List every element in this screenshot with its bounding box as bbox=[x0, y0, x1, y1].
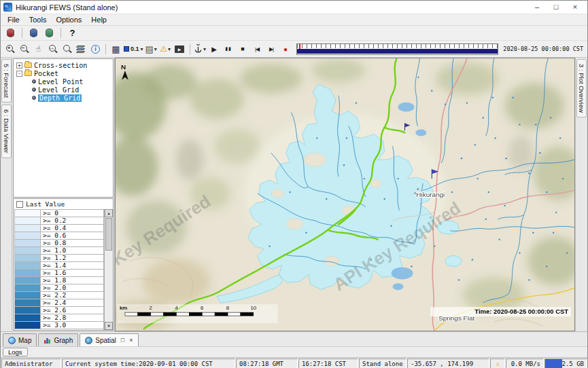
svg-text:N: N bbox=[121, 63, 126, 71]
legend-label: >= 1.4 bbox=[41, 262, 103, 269]
legend-header: Last Value bbox=[14, 199, 113, 209]
app-window: Hikurangi FEWS (Stand alone) – □ × File … bbox=[0, 0, 588, 368]
zoom-in-button[interactable]: + bbox=[3, 43, 16, 56]
tab-forecast[interactable]: 5 : Forecast bbox=[1, 59, 12, 103]
help-button[interactable]: ? bbox=[66, 26, 79, 39]
zoom-region-button[interactable] bbox=[60, 43, 73, 56]
menu-options[interactable]: Options bbox=[51, 15, 86, 24]
tab-map[interactable]: Map bbox=[3, 333, 37, 346]
tree-node-cross-section[interactable]: Cross-section bbox=[14, 61, 113, 69]
status-coordinates: -35.657 , 174.199 bbox=[407, 358, 489, 368]
export-data-button[interactable] bbox=[43, 26, 56, 39]
legend-label: >= 3.0 bbox=[41, 322, 103, 329]
legend-scrollbar[interactable] bbox=[104, 209, 113, 330]
logs-button[interactable]: Logs bbox=[3, 348, 28, 356]
tree-node-label: Pocket bbox=[34, 70, 58, 77]
legend-swatch bbox=[15, 284, 41, 291]
import-data-button[interactable] bbox=[27, 26, 40, 39]
scroll-down-icon[interactable] bbox=[105, 322, 113, 330]
stop-button[interactable] bbox=[237, 43, 249, 56]
layer-bullet-icon bbox=[32, 96, 36, 100]
maximize-button[interactable]: □ bbox=[547, 1, 566, 13]
place-label-hikurangi: Hikurangi bbox=[416, 191, 445, 198]
map-canvas[interactable]: Hikurangi Springs Flat API Key Required … bbox=[115, 58, 575, 331]
zoom-out-icon: − bbox=[20, 44, 29, 54]
legend-label: >= 1.2 bbox=[41, 255, 103, 261]
current-timestep-label: 2020-08-25 00:00:00 CST bbox=[503, 45, 585, 52]
zoom-extent-button[interactable]: ↔ bbox=[46, 43, 59, 56]
map-time-label: Time: 2020-08-25 00:00:00 CST bbox=[430, 307, 571, 316]
status-warning-icon[interactable] bbox=[490, 358, 505, 368]
status-transfer-rate: 0.0 MB/s bbox=[506, 358, 544, 368]
legend-swatch bbox=[15, 240, 41, 246]
pan-button[interactable] bbox=[32, 43, 45, 56]
last-value-checkbox[interactable] bbox=[16, 201, 23, 208]
close-button[interactable]: × bbox=[566, 1, 585, 13]
tree-leaf-depth-grid[interactable]: Depth Grid bbox=[14, 94, 113, 102]
menu-help[interactable]: Help bbox=[86, 15, 111, 24]
step-back-button[interactable] bbox=[251, 43, 264, 56]
record-button[interactable] bbox=[279, 43, 292, 56]
svg-text:Time: 2020-08-25 00:00:00 CST: Time: 2020-08-25 00:00:00 CST bbox=[474, 308, 568, 315]
legend-label: >= 2.2 bbox=[41, 292, 103, 299]
tab-graph[interactable]: Graph bbox=[38, 333, 78, 346]
time-slider[interactable] bbox=[296, 43, 499, 55]
zoom-out-button[interactable]: − bbox=[18, 43, 31, 56]
legend-table: >= 0 >= 0.2 >= 0.4 >= 0.6 >= 0.8 >= 1.0 … bbox=[14, 209, 104, 330]
play-button[interactable] bbox=[208, 43, 221, 56]
tree-leaf-level-grid[interactable]: Level Grid bbox=[14, 86, 113, 94]
menu-tools[interactable]: Tools bbox=[24, 15, 52, 24]
time-slider-ticks bbox=[297, 44, 498, 48]
status-user: Administrator bbox=[1, 358, 61, 368]
profile-tool-dropdown[interactable] bbox=[194, 43, 207, 56]
legend-swatch bbox=[15, 217, 41, 224]
animation-export-button[interactable] bbox=[173, 43, 186, 56]
pause-button[interactable] bbox=[222, 43, 235, 56]
svg-text:8: 8 bbox=[226, 305, 230, 311]
thresholds-dropdown[interactable] bbox=[159, 43, 172, 56]
right-tab-strip: 3 : Plot Overview bbox=[575, 58, 587, 331]
status-local-time: 16:27:18 CST bbox=[298, 358, 358, 368]
legend-row: >= 3.0 bbox=[15, 322, 103, 329]
grid-display-button[interactable] bbox=[109, 43, 122, 56]
spatial-icon bbox=[85, 337, 92, 344]
legend-style-dropdown[interactable] bbox=[145, 43, 158, 56]
scroll-up-icon[interactable] bbox=[105, 209, 113, 217]
tree-leaf-level-point[interactable]: Level Point bbox=[14, 77, 113, 86]
time-slider-range-bar bbox=[297, 49, 498, 54]
info-button[interactable] bbox=[89, 43, 102, 56]
panel-maximize-icon[interactable]: □ bbox=[121, 336, 124, 344]
open-database-button[interactable] bbox=[4, 26, 17, 39]
minimize-button[interactable]: – bbox=[528, 1, 547, 13]
skip-back-icon bbox=[255, 46, 259, 52]
legend-panel: Last Value >= 0 >= 0.2 >= 0.4 >= 0.6 >= … bbox=[13, 198, 114, 331]
panel-close-icon[interactable]: × bbox=[129, 336, 133, 344]
status-gmt-time: 08:27:18 GMT bbox=[236, 358, 298, 368]
expand-plus-icon[interactable] bbox=[16, 62, 22, 69]
tab-data-viewer[interactable]: 6 : Data Viewer bbox=[1, 105, 12, 158]
legend-swatch bbox=[15, 292, 41, 299]
tab-plot-overview[interactable]: 3 : Plot Overview bbox=[576, 59, 587, 117]
legend-swatch bbox=[15, 270, 41, 276]
legend-swatch bbox=[15, 322, 41, 329]
scrollbar-thumb[interactable] bbox=[105, 218, 112, 251]
menu-file[interactable]: File bbox=[3, 15, 24, 24]
movie-icon bbox=[175, 45, 184, 53]
svg-text:km: km bbox=[120, 305, 127, 311]
collapse-minus-icon[interactable] bbox=[16, 71, 22, 77]
class-interval-dropdown[interactable]: 0.1 bbox=[124, 43, 143, 56]
status-system-time: Current system time:2020-09-01 00:00 CST bbox=[62, 358, 235, 368]
step-forward-button[interactable] bbox=[265, 43, 278, 56]
legend-swatch bbox=[15, 210, 41, 217]
toolbar-separator bbox=[105, 44, 106, 54]
logs-row: Logs bbox=[1, 346, 587, 357]
tab-spatial[interactable]: Spatial □ × bbox=[80, 333, 138, 346]
tree-leaf-label: Level Grid bbox=[38, 86, 79, 94]
status-bar: Administrator Current system time:2020-0… bbox=[1, 357, 587, 368]
layers-button[interactable] bbox=[75, 43, 88, 56]
tree-node-pocket[interactable]: Pocket bbox=[14, 69, 113, 77]
legend-label: >= 0.6 bbox=[41, 232, 103, 239]
legend-swatch bbox=[15, 232, 41, 239]
legend-label: >= 2.6 bbox=[41, 307, 103, 314]
left-tab-strip: 5 : Forecast 6 : Data Viewer bbox=[1, 58, 12, 331]
